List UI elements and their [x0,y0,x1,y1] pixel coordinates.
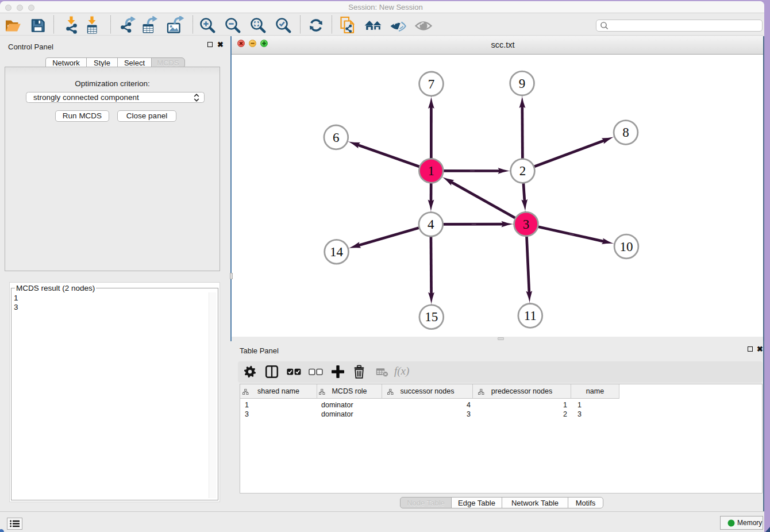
svg-text:1: 1 [428,164,435,178]
svg-text:15: 15 [425,310,438,324]
svg-text:9: 9 [519,76,526,91]
svg-text:3: 3 [523,217,530,232]
svg-text:6: 6 [333,130,340,145]
svg-text:4: 4 [428,217,434,232]
svg-text:10: 10 [620,240,633,254]
svg-text:2: 2 [519,164,526,178]
svg-text:11: 11 [524,309,537,323]
svg-text:8: 8 [622,125,629,140]
svg-text:14: 14 [330,245,344,259]
svg-text:7: 7 [428,77,435,91]
